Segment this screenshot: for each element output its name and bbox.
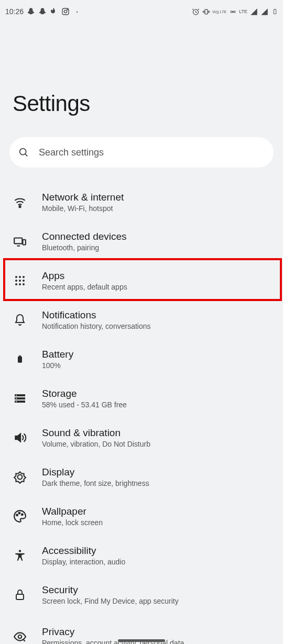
svg-point-25 <box>16 395 17 396</box>
svg-rect-9 <box>14 238 22 243</box>
svg-point-7 <box>20 149 26 155</box>
more-notifications-icon: • <box>73 7 81 16</box>
item-title: Apps <box>42 270 127 282</box>
status-bar: 10:26 • Vo)) LTE LTE <box>0 0 283 23</box>
svg-point-11 <box>15 276 17 278</box>
accessibility-icon <box>13 548 27 563</box>
item-notifications[interactable]: Notifications Notification history, conv… <box>0 300 283 339</box>
item-sub: Screen lock, Find My Device, app securit… <box>42 597 179 605</box>
apps-grid-icon <box>13 273 27 288</box>
item-title: Sound & vibration <box>42 427 150 439</box>
volte-icon: Vo)) LTE <box>212 10 226 14</box>
item-title: Privacy <box>42 626 184 638</box>
item-sub: Volume, vibration, Do Not Disturb <box>42 440 150 448</box>
svg-point-2 <box>67 9 68 10</box>
item-sub: Mobile, Wi-Fi, hotspot <box>42 204 124 213</box>
settings-list: Network & internet Mobile, Wi-Fi, hotspo… <box>0 182 283 644</box>
svg-point-17 <box>15 283 17 285</box>
item-title: Accessibility <box>42 545 125 557</box>
item-sub: 100% <box>42 361 73 370</box>
svg-rect-4 <box>205 9 208 14</box>
vibrate-icon <box>202 7 210 16</box>
storage-icon <box>13 391 27 406</box>
svg-point-26 <box>16 398 17 399</box>
svg-point-19 <box>23 283 25 285</box>
svg-point-15 <box>19 280 21 282</box>
snapchat-icon <box>27 7 35 16</box>
svg-point-29 <box>16 514 18 516</box>
svg-point-32 <box>19 550 21 552</box>
signal-icon-2 <box>260 7 268 16</box>
item-wallpaper[interactable]: Wallpaper Home, lock screen <box>0 496 283 536</box>
item-sound[interactable]: Sound & vibration Volume, vibration, Do … <box>0 418 283 457</box>
item-title: Security <box>42 584 179 596</box>
svg-point-8 <box>19 206 20 207</box>
item-storage[interactable]: Storage 58% used - 53.41 GB free <box>0 379 283 418</box>
item-title: Wallpaper <box>42 506 103 517</box>
item-sub: Notification history, conversations <box>42 322 151 330</box>
svg-rect-21 <box>19 355 21 356</box>
alarm-icon <box>191 7 200 16</box>
battery-full-icon <box>13 352 27 367</box>
signal-icon-1 <box>249 7 258 16</box>
svg-point-31 <box>21 514 23 515</box>
svg-point-34 <box>18 635 22 638</box>
item-accessibility[interactable]: Accessibility Display, interaction, audi… <box>0 536 283 575</box>
bell-icon <box>13 313 27 327</box>
item-sub: Home, lock screen <box>42 518 103 527</box>
instagram-icon <box>61 7 70 16</box>
item-network[interactable]: Network & internet Mobile, Wi-Fi, hotspo… <box>0 182 283 221</box>
svg-point-14 <box>15 280 17 282</box>
svg-point-18 <box>19 283 21 285</box>
svg-point-16 <box>23 280 25 282</box>
svg-point-12 <box>19 276 21 278</box>
svg-point-27 <box>16 401 17 402</box>
item-sub: Display, interaction, audio <box>42 558 125 566</box>
svg-point-13 <box>23 276 25 278</box>
item-display[interactable]: Display Dark theme, font size, brightnes… <box>0 457 283 496</box>
status-time: 10:26 <box>5 7 24 16</box>
privacy-eye-icon <box>13 629 27 644</box>
devices-icon <box>13 234 27 249</box>
battery-icon <box>270 7 279 16</box>
brightness-icon <box>13 470 27 484</box>
palette-icon <box>13 509 27 524</box>
svg-point-28 <box>18 474 23 479</box>
item-sub: Bluetooth, pairing <box>42 243 127 252</box>
item-title: Connected devices <box>42 231 127 242</box>
item-title: Network & internet <box>42 192 124 203</box>
item-battery[interactable]: Battery 100% <box>0 339 283 379</box>
svg-point-5 <box>232 11 234 13</box>
item-title: Battery <box>42 349 73 360</box>
search-input[interactable] <box>39 147 265 158</box>
status-left: 10:26 • <box>4 7 81 16</box>
item-sub: Dark theme, font size, brightness <box>42 479 149 487</box>
item-security[interactable]: Security Screen lock, Find My Device, ap… <box>0 575 283 614</box>
status-right: Vo)) LTE LTE <box>191 7 279 16</box>
svg-point-30 <box>19 512 20 514</box>
item-connected-devices[interactable]: Connected devices Bluetooth, pairing <box>0 221 283 261</box>
svg-rect-10 <box>23 239 25 245</box>
snapchat-icon-2 <box>38 7 47 16</box>
wifi-icon <box>13 195 27 209</box>
nav-handle[interactable] <box>118 639 165 642</box>
volume-icon <box>13 430 27 445</box>
search-icon <box>18 147 29 158</box>
item-title: Display <box>42 467 149 478</box>
hotspot-icon <box>228 7 237 16</box>
svg-rect-33 <box>16 594 24 599</box>
search-bar[interactable] <box>9 137 274 168</box>
item-sub: Recent apps, default apps <box>42 283 127 291</box>
svg-point-1 <box>64 10 67 13</box>
item-title: Notifications <box>42 309 151 321</box>
svg-rect-20 <box>18 356 22 362</box>
lte-label: LTE <box>239 9 247 14</box>
svg-rect-6 <box>274 9 276 14</box>
item-sub: 58% used - 53.41 GB free <box>42 401 127 409</box>
item-apps[interactable]: Apps Recent apps, default apps <box>0 261 283 300</box>
item-title: Storage <box>42 388 127 399</box>
page-title: Settings <box>13 91 283 116</box>
lock-icon <box>13 587 27 602</box>
tinder-icon <box>50 7 58 16</box>
